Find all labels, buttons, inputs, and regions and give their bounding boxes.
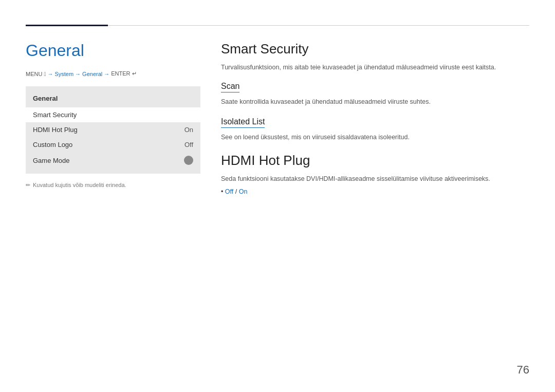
isolated-list-desc: See on loend üksustest, mis on viiruseid… xyxy=(221,132,529,142)
menu-item-custom-logo-label: Custom Logo xyxy=(33,141,72,148)
note-icon: ✏ xyxy=(26,182,30,189)
smart-security-title: Smart Security xyxy=(221,41,529,57)
game-mode-toggle[interactable] xyxy=(184,156,193,165)
menu-item-game-mode-label: Game Mode xyxy=(33,157,70,164)
isolated-list-section: Isolated List See on loend üksustest, mi… xyxy=(221,117,529,142)
scan-title: Scan xyxy=(221,82,239,92)
menu-item-hdmi-value: On xyxy=(184,126,193,134)
menu-item-smart-security-label: Smart Security xyxy=(33,111,77,119)
menu-item-custom-logo-value: Off xyxy=(184,141,193,148)
hdmi-hot-plug-title: HDMI Hot Plug xyxy=(221,153,529,169)
menu-item-game-mode[interactable]: Game Mode xyxy=(26,152,200,169)
hdmi-on-option: On xyxy=(239,188,248,195)
hdmi-separator: / xyxy=(233,188,238,195)
hdmi-hot-plug-desc: Seda funktsiooni kasutatakse DVI/HDMI-al… xyxy=(221,174,529,184)
note-text: Kuvatud kujutis võib mudeliti erineda. xyxy=(33,182,126,188)
page-title: General xyxy=(26,41,200,60)
breadcrumb-arrow3: → xyxy=(104,71,109,77)
breadcrumb-icon:  xyxy=(44,71,46,77)
breadcrumb-menu: MENU xyxy=(26,71,42,77)
scan-desc: Saate kontrollida kuvaseadet ja ühendatu… xyxy=(221,97,529,107)
menu-item-smart-security[interactable]: Smart Security xyxy=(26,107,200,122)
scan-section: Scan Saate kontrollida kuvaseadet ja ühe… xyxy=(221,82,529,107)
menu-box-title: General xyxy=(26,91,200,107)
breadcrumb: MENU  → System → General → ENTER ↵ xyxy=(26,70,200,77)
top-bar xyxy=(26,25,529,26)
left-panel: General MENU  → System → General → ENTE… xyxy=(26,41,200,189)
menu-item-hdmi-hot-plug[interactable]: HDMI Hot Plug On xyxy=(26,122,200,137)
isolated-list-title: Isolated List xyxy=(221,117,265,128)
menu-box: General Smart Security HDMI Hot Plug On … xyxy=(26,86,200,174)
menu-item-hdmi-label: HDMI Hot Plug xyxy=(33,126,78,134)
breadcrumb-system: System xyxy=(54,71,73,77)
right-panel: Smart Security Turvalisusfunktsioon, mis… xyxy=(221,41,529,195)
breadcrumb-arrow1: → xyxy=(47,71,53,77)
breadcrumb-enter: ENTER ↵ xyxy=(111,70,136,77)
note: ✏ Kuvatud kujutis võib mudeliti erineda. xyxy=(26,182,200,189)
top-bar-left-accent xyxy=(26,25,108,26)
breadcrumb-arrow2: → xyxy=(75,71,81,77)
hdmi-off-option: Off xyxy=(225,188,233,195)
smart-security-desc: Turvalisusfunktsioon, mis aitab teie kuv… xyxy=(221,62,529,72)
top-bar-right-line xyxy=(108,25,529,26)
hdmi-options: • Off / On xyxy=(221,188,529,195)
page-number: 76 xyxy=(517,363,529,377)
menu-item-custom-logo[interactable]: Custom Logo Off xyxy=(26,137,200,152)
breadcrumb-general: General xyxy=(82,71,102,77)
